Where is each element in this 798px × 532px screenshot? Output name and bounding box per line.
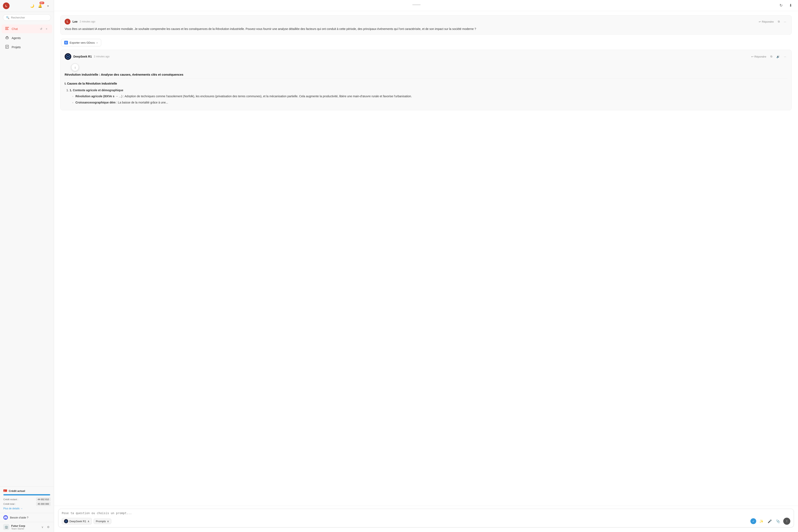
- chat-input[interactable]: [62, 511, 790, 516]
- chevron-down-icon: ↓: [74, 65, 76, 69]
- export-gdocs-button[interactable]: G Exporter vers GDocs →: [61, 39, 101, 46]
- collapse-button[interactable]: »: [45, 3, 51, 9]
- help-section[interactable]: Besoin d'aide ?: [0, 513, 54, 522]
- more-button[interactable]: ···: [783, 20, 787, 24]
- check-button[interactable]: ✓: [750, 518, 756, 524]
- sidebar-top-bar: L 🌙 🔔 99+ »: [0, 0, 54, 12]
- org-actions: ∨ ⚙: [40, 525, 51, 529]
- ai-reply-button[interactable]: ↩ Répondre: [750, 54, 767, 59]
- scroll-indicator-wrapper: ↓: [64, 62, 72, 72]
- agents-icon: [5, 36, 9, 40]
- svg-point-18: [68, 56, 69, 57]
- notification-badge: 99+: [39, 2, 44, 4]
- reply-icon: ↩: [759, 20, 761, 23]
- ai-reply-label: Répondre: [754, 55, 766, 58]
- ai-bullet2-title: Croissanceoographique dém: [75, 101, 116, 104]
- ai-section1: I. Causes de la Révolution industrielle: [64, 81, 787, 86]
- org-info: Futur Corp Team Starter: [11, 524, 38, 530]
- more-icon: ···: [784, 20, 786, 23]
- download-button[interactable]: ⬇: [787, 2, 794, 9]
- sidebar-item-agents[interactable]: Agents: [2, 34, 52, 42]
- chat-new-button[interactable]: ＋: [44, 26, 49, 31]
- credit-details-link[interactable]: Plus de details →: [3, 507, 51, 510]
- ai-audio-icon: 🔊: [776, 55, 780, 58]
- refresh-button[interactable]: ↻: [778, 2, 784, 9]
- ai-heading: Révolution industrielle : Analyse des ca…: [64, 72, 787, 79]
- send-icon: ↑: [786, 519, 787, 523]
- send-button[interactable]: ↑: [783, 518, 790, 525]
- bell-icon: 🔔: [38, 4, 42, 8]
- org-settings-button[interactable]: ⚙: [46, 525, 51, 529]
- credit-remaining-row: Crédit restant : 44 692 810: [3, 497, 51, 501]
- ai-msg-name: DeepSeek R1: [73, 55, 92, 58]
- ai-audio-button[interactable]: 🔊: [775, 54, 781, 59]
- drag-handle: [412, 4, 421, 5]
- attach-icon: 📎: [776, 519, 780, 523]
- chat-actions: ↺ ＋: [39, 26, 49, 31]
- moon-icon-button[interactable]: 🌙: [29, 3, 35, 9]
- discord-icon: [3, 515, 8, 520]
- collapse-icon: »: [47, 4, 49, 8]
- ai-message-block: DeepSeek R1 2 minutes ago ↩ Répondre ⧉ 🔊…: [60, 50, 792, 110]
- ai-msg-time: 2 minutes ago: [94, 55, 110, 58]
- search-icon: 🔍: [6, 16, 10, 19]
- user-msg-name: Lee: [73, 20, 77, 23]
- ai-copy-icon: ⧉: [771, 55, 772, 58]
- copy-button[interactable]: ⧉: [777, 19, 781, 24]
- sidebar: L 🌙 🔔 99+ » 🔍 Rechercher: [0, 0, 54, 532]
- search-bar[interactable]: 🔍 Rechercher: [3, 14, 51, 21]
- chat-icon: [5, 27, 9, 31]
- main-header: ↻ ⬇: [54, 0, 798, 11]
- model-selector-button[interactable]: DeepSeek R1 ∧: [62, 518, 92, 525]
- credit-progress-bar: [3, 494, 51, 495]
- notification-button[interactable]: 🔔 99+: [37, 3, 43, 9]
- ai-message-content: Révolution industrielle : Analyse des ca…: [64, 72, 787, 105]
- ai-bullet-2: Croissanceoographique dém : La baisse de…: [72, 100, 787, 105]
- model-icon: [64, 519, 68, 523]
- svg-point-6: [7, 38, 8, 38]
- export-row: G Exporter vers GDocs →: [60, 38, 792, 46]
- org-icon: 🏢: [3, 524, 9, 530]
- chat-area: L Lee 2 minutes ago ↩ Répondre ⧉ ··· Vo: [54, 11, 798, 506]
- input-area: DeepSeek R1 ∧ Prompts ∨ ✓ ✨ 🎤: [54, 506, 798, 530]
- mic-button[interactable]: 🎤: [767, 518, 773, 524]
- credit-section: Crédit actuel Crédit restant : 44 692 81…: [0, 486, 54, 513]
- chat-history-button[interactable]: ↺: [39, 26, 43, 31]
- input-toolbar: DeepSeek R1 ∧ Prompts ∨ ✓ ✨ 🎤: [62, 518, 790, 525]
- credit-icon: [3, 489, 7, 493]
- sidebar-item-projets[interactable]: Projets: [2, 43, 52, 52]
- org-expand-button[interactable]: ∨: [40, 525, 45, 529]
- prompts-selector-button[interactable]: Prompts ∨: [94, 518, 111, 524]
- reply-button[interactable]: ↩ Répondre: [758, 20, 775, 24]
- projets-icon: [5, 45, 9, 50]
- scroll-down-button[interactable]: ↓: [71, 63, 79, 71]
- ai-reply-icon: ↩: [751, 55, 754, 58]
- user-message-header: L Lee 2 minutes ago ↩ Répondre ⧉ ···: [64, 19, 787, 24]
- input-box: DeepSeek R1 ∧ Prompts ∨ ✓ ✨ 🎤: [58, 509, 794, 528]
- ai-copy-button[interactable]: ⧉: [769, 54, 774, 59]
- nav-items: Chat ↺ ＋ Agents: [0, 23, 54, 53]
- user-msg-avatar: L: [64, 19, 71, 24]
- model-chevron-icon: ∧: [88, 520, 90, 523]
- svg-rect-0: [5, 27, 9, 27]
- ai-ordered-list: 1. Contexte agricole et démographique Ré…: [64, 88, 787, 105]
- help-label: Besoin d'aide ?: [10, 516, 28, 519]
- credit-total-row: Crédit total : 45 000 000: [3, 502, 51, 506]
- user-avatar: L: [3, 2, 10, 9]
- model-label: DeepSeek R1: [70, 520, 86, 523]
- agents-label: Agents: [12, 36, 21, 40]
- search-label: Rechercher: [11, 16, 25, 19]
- ai-bullet-1: Révolution agricole (IIIXVe s → ...) : A…: [72, 94, 787, 99]
- magic-button[interactable]: ✨: [758, 518, 764, 524]
- moon-icon: 🌙: [30, 4, 34, 8]
- svg-rect-4: [6, 36, 8, 37]
- attach-button[interactable]: 📎: [775, 518, 781, 524]
- credit-remaining-label: Crédit restant :: [3, 498, 18, 501]
- mic-icon: 🎤: [768, 519, 772, 523]
- credit-remaining-value: 44 692 810: [36, 497, 51, 501]
- sidebar-item-chat[interactable]: Chat ↺ ＋: [2, 24, 52, 33]
- export-label: Exporter vers GDocs →: [70, 41, 98, 44]
- sidebar-top-icons: 🌙 🔔 99+ »: [29, 3, 51, 9]
- org-section: 🏢 Futur Corp Team Starter ∨ ⚙: [0, 522, 54, 532]
- ai-more-button[interactable]: ···: [783, 54, 787, 59]
